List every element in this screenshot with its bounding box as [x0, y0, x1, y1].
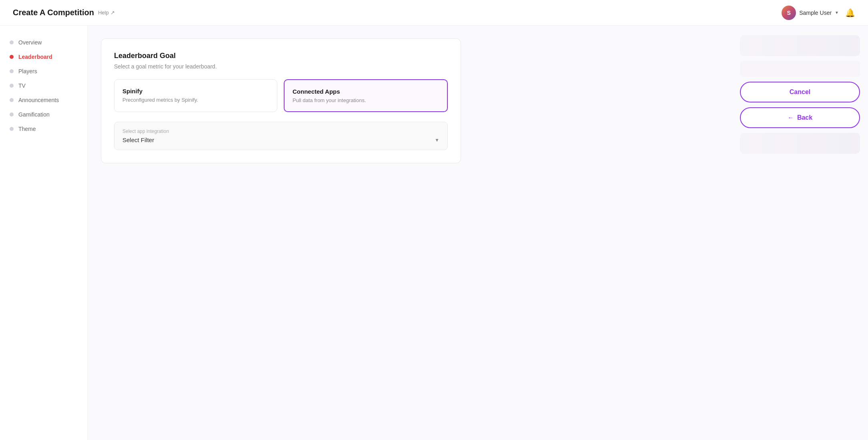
header: Create A Competition Help ↗ S Sample Use… [0, 0, 868, 26]
sidebar-dot-leaderboard [10, 55, 14, 59]
panel-ghost-mid [740, 61, 860, 77]
spinify-option[interactable]: Spinify Preconfigured metrics by Spinify… [114, 79, 277, 112]
connected-apps-option-desc: Pull data from your integrations. [293, 97, 439, 103]
sidebar-item-leaderboard[interactable]: Leaderboard [0, 50, 88, 64]
sidebar-label-gamification: Gamification [18, 111, 50, 118]
spinify-option-title: Spinify [122, 88, 269, 94]
chevron-down-icon: ▼ [835, 10, 839, 15]
sidebar-dot-theme [10, 127, 14, 131]
user-name: Sample User [799, 10, 832, 16]
help-link[interactable]: Help ↗ [98, 10, 115, 16]
sidebar-dot-players [10, 69, 14, 73]
sidebar-label-players: Players [18, 68, 37, 74]
connected-apps-option-title: Connected Apps [293, 88, 439, 95]
sidebar-label-theme: Theme [18, 126, 36, 132]
sidebar-label-overview: Overview [18, 39, 42, 46]
sidebar-item-overview[interactable]: Overview [0, 35, 88, 50]
sidebar-dot-gamification [10, 113, 14, 117]
goal-options: Spinify Preconfigured metrics by Spinify… [114, 79, 448, 112]
page-title: Create A Competition [13, 8, 94, 17]
cancel-button[interactable]: Cancel [740, 82, 860, 102]
sidebar-dot-tv [10, 84, 14, 88]
filter-select-dropdown[interactable]: Select Filter ▼ [122, 137, 439, 143]
notification-bell-icon[interactable]: 🔔 [845, 8, 855, 18]
sidebar-dot-overview [10, 40, 14, 44]
help-label: Help [98, 10, 109, 16]
sidebar-label-leaderboard: Leaderboard [18, 54, 52, 60]
header-right: S Sample User ▼ 🔔 [782, 6, 855, 20]
filter-select-value: Select Filter [122, 137, 154, 143]
chevron-down-icon: ▼ [435, 137, 439, 143]
sidebar-item-announcements[interactable]: Announcements [0, 93, 88, 107]
right-panel: Cancel ← Back [732, 26, 868, 440]
sidebar-label-tv: TV [18, 82, 26, 89]
sidebar: Overview Leaderboard Players TV Announce… [0, 26, 88, 440]
sidebar-item-gamification[interactable]: Gamification [0, 107, 88, 122]
card-subtitle: Select a goal metric for your leaderboar… [114, 63, 448, 70]
main-content: Leaderboard Goal Select a goal metric fo… [88, 26, 732, 440]
back-button[interactable]: ← Back [740, 107, 860, 128]
sidebar-item-players[interactable]: Players [0, 64, 88, 78]
filter-label: Select app integration [122, 129, 439, 134]
sidebar-item-tv[interactable]: TV [0, 78, 88, 93]
external-link-icon: ↗ [110, 10, 115, 16]
back-label: Back [797, 114, 812, 121]
arrow-left-icon: ← [788, 114, 794, 121]
header-left: Create A Competition Help ↗ [13, 8, 115, 17]
card-title: Leaderboard Goal [114, 52, 448, 60]
main-layout: Overview Leaderboard Players TV Announce… [0, 26, 868, 440]
sidebar-item-theme[interactable]: Theme [0, 122, 88, 136]
panel-ghost-bottom [740, 133, 860, 154]
connected-apps-option[interactable]: Connected Apps Pull data from your integ… [284, 79, 448, 112]
filter-section: Select app integration Select Filter ▼ [114, 122, 448, 150]
spinify-option-desc: Preconfigured metrics by Spinify. [122, 97, 269, 103]
panel-ghost-top [740, 35, 860, 56]
user-menu[interactable]: S Sample User ▼ [782, 6, 839, 20]
avatar: S [782, 6, 796, 20]
leaderboard-goal-card: Leaderboard Goal Select a goal metric fo… [101, 38, 461, 163]
sidebar-dot-announcements [10, 98, 14, 102]
sidebar-label-announcements: Announcements [18, 97, 59, 103]
